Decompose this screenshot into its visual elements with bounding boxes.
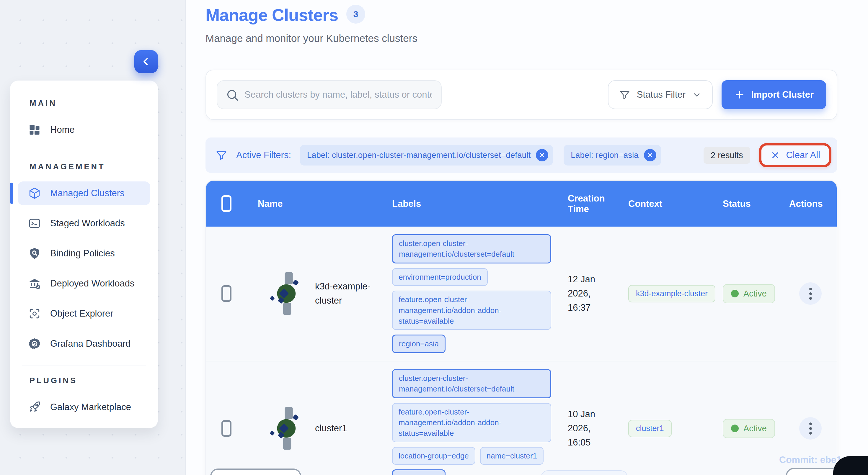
active-filter-chip: Label: cluster.open-cluster-management.i… <box>300 145 553 166</box>
sidebar-item-staged-workloads[interactable]: Staged Workloads <box>18 211 150 235</box>
row-actions-button[interactable] <box>799 417 822 440</box>
cluster-count-badge: 3 <box>346 5 365 24</box>
sidebar-item-label: Object Explorer <box>50 308 113 319</box>
sidebar-item-managed-clusters[interactable]: Managed Clusters <box>18 181 150 205</box>
context-chip: cluster1 <box>628 420 672 437</box>
column-header-name: Name <box>258 199 392 209</box>
creation-time: 12 Jan 2026, 16:37 <box>568 272 628 315</box>
close-icon <box>770 150 780 160</box>
rocket-icon <box>28 400 41 414</box>
select-all-checkbox[interactable] <box>221 195 231 212</box>
column-header-context: Context <box>628 199 723 209</box>
column-header-creation-time: Creation Time <box>568 193 628 214</box>
gear-icon <box>28 337 41 350</box>
chevron-down-icon <box>692 90 702 99</box>
toolbar: Status Filter Import Cluster <box>206 70 837 120</box>
status-dot-icon <box>731 425 739 432</box>
clear-all-button[interactable]: Clear All <box>769 149 822 161</box>
table-body: k3d-example-cluster cluster.open-cluster… <box>206 227 837 475</box>
bank-icon <box>28 277 41 290</box>
cluster-name: cluster1 <box>315 421 371 436</box>
label-chip[interactable]: cluster.open-cluster-management.io/clust… <box>392 234 551 264</box>
cube-icon <box>28 186 41 200</box>
results-count: 2 results <box>704 147 750 164</box>
pagination-button-cutoff[interactable] <box>541 470 628 475</box>
plus-icon <box>734 89 745 100</box>
home-icon <box>28 123 41 137</box>
import-cluster-button[interactable]: Import Cluster <box>721 80 826 109</box>
sidebar-item-label: Deployed Workloads <box>50 278 134 289</box>
remove-filter-button[interactable] <box>644 149 656 161</box>
pagination-button-cutoff[interactable] <box>210 469 301 475</box>
table-row: k3d-example-cluster cluster.open-cluster… <box>206 227 837 361</box>
label-chip[interactable]: name=cluster1 <box>480 447 544 465</box>
row-checkbox[interactable] <box>221 285 231 302</box>
column-header-actions: Actions <box>789 199 837 209</box>
sidebar-item-object-explorer[interactable]: Object Explorer <box>18 302 150 326</box>
page-title: Manage Clusters <box>206 6 338 24</box>
label-chip[interactable]: feature.open-cluster-management.io/addon… <box>392 403 551 442</box>
clusters-table: Name Labels Creation Time Context Status… <box>206 180 837 475</box>
page-subtitle: Manage and monitor your Kubernetes clust… <box>206 32 837 44</box>
sidebar-section-label: PLUGINS <box>30 376 150 385</box>
label-chip[interactable]: environment=production <box>392 268 488 286</box>
clear-all-label: Clear All <box>786 150 820 161</box>
sidebar-item-label: Grafana Dashboard <box>50 338 130 349</box>
label-chip[interactable]: region=asia <box>392 469 445 475</box>
active-filter-chip: Label: region=asia <box>564 145 661 166</box>
search-icon <box>225 88 239 102</box>
status-dot-icon <box>731 290 739 297</box>
search-field-wrap <box>217 80 442 109</box>
sidebar: MAINHomeMANAGEMENTManaged ClustersStaged… <box>10 80 158 428</box>
status-badge: Active <box>723 284 775 303</box>
cluster-logo-icon <box>266 406 310 450</box>
sidebar-collapse-button[interactable] <box>134 50 158 73</box>
sidebar-item-label: Binding Policies <box>50 248 115 259</box>
clear-all-highlight-annotation: Clear All <box>759 143 831 167</box>
sidebar-divider <box>22 151 146 152</box>
sidebar-item-grafana-dashboard[interactable]: Grafana Dashboard <box>18 332 150 355</box>
sidebar-item-binding-policies[interactable]: Binding Policies <box>18 242 150 265</box>
cluster-name: k3d-example-cluster <box>315 279 371 308</box>
label-chip[interactable]: region=asia <box>392 335 445 353</box>
active-filter-chips: Label: cluster.open-cluster-management.i… <box>300 145 695 166</box>
active-filters-label: Active Filters: <box>236 150 291 161</box>
sidebar-item-galaxy-marketplace[interactable]: Galaxy Marketplace <box>18 395 150 419</box>
sidebar-item-label: Galaxy Marketplace <box>50 402 131 412</box>
scan-icon <box>28 307 41 320</box>
sidebar-item-home[interactable]: Home <box>18 118 150 142</box>
label-chip[interactable]: feature.open-cluster-management.io/addon… <box>392 291 551 330</box>
status-filter-label: Status Filter <box>637 90 686 100</box>
cluster-logo-icon <box>266 271 310 316</box>
labels-cell: cluster.open-cluster-management.io/clust… <box>392 369 568 475</box>
import-cluster-label: Import Cluster <box>751 90 814 100</box>
column-header-labels: Labels <box>392 199 568 209</box>
column-header-status: Status <box>723 199 789 209</box>
creation-time: 10 Jan 2026, 16:05 <box>568 407 628 450</box>
funnel-icon <box>619 89 630 100</box>
status-badge: Active <box>723 419 775 438</box>
terminal-icon <box>28 216 41 230</box>
sidebar-item-deployed-workloads[interactable]: Deployed Workloads <box>18 272 150 295</box>
remove-filter-button[interactable] <box>536 149 548 161</box>
table-header-row: Name Labels Creation Time Context Status… <box>206 181 837 227</box>
sidebar-divider <box>22 366 146 366</box>
sidebar-section-label: MAIN <box>30 99 150 108</box>
page-header: Manage Clusters 3 <box>206 6 837 25</box>
label-chip[interactable]: cluster.open-cluster-management.io/clust… <box>392 369 551 398</box>
table-row: cluster1 cluster.open-cluster-management… <box>206 361 837 475</box>
search-input[interactable] <box>217 80 442 109</box>
row-checkbox[interactable] <box>221 420 231 437</box>
active-filters-bar: Active Filters: Label: cluster.open-clus… <box>206 137 837 173</box>
active-filter-chip-text: Label: region=asia <box>571 150 639 160</box>
main-content: Manage Clusters 3 Manage and monitor you… <box>185 0 868 475</box>
sidebar-item-label: Home <box>50 125 75 135</box>
sidebar-item-label: Staged Workloads <box>50 218 125 229</box>
shield-icon <box>28 247 41 260</box>
row-actions-button[interactable] <box>799 282 822 305</box>
funnel-icon <box>216 149 227 161</box>
context-chip: k3d-example-cluster <box>628 285 715 302</box>
chevron-left-icon <box>140 56 152 68</box>
label-chip[interactable]: location-group=edge <box>392 447 475 465</box>
status-filter-button[interactable]: Status Filter <box>608 80 713 109</box>
